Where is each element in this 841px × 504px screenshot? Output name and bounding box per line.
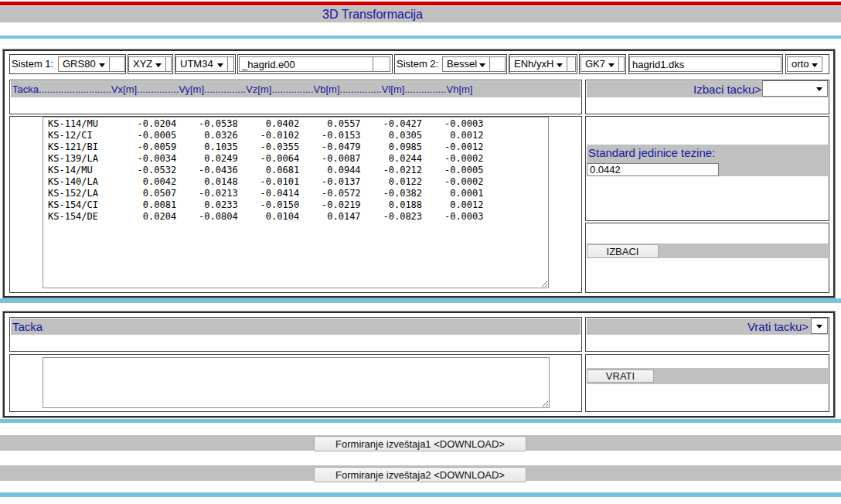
system1-file-aux-input[interactable] (373, 56, 390, 72)
system1-coord-value: XYZ (133, 58, 152, 70)
system1-projection-aux-input[interactable] (227, 56, 234, 72)
system2-coord-select[interactable]: ENh/yxH (509, 56, 567, 72)
system1-projection-value: UTM34 (180, 58, 213, 70)
residuals-header-cell: Tacka..........................Vx[m]....… (9, 80, 582, 114)
system2-projection-value: GK7 (585, 58, 605, 70)
blue-divider-middle (0, 298, 841, 303)
chevron-down-icon (812, 63, 818, 67)
report1-button[interactable]: Formiranje izveštaja1 <DOWNLOAD> (314, 436, 526, 451)
system1-coord-select[interactable]: XYZ (128, 56, 166, 72)
chevron-down-icon (816, 325, 822, 329)
system1-coord-aux-input[interactable] (165, 56, 172, 72)
chevron-down-icon (608, 63, 615, 67)
system1-datum-select[interactable]: GRS80 (58, 56, 110, 72)
return-header: Tacka (11, 318, 581, 335)
chevron-down-icon (99, 63, 105, 67)
chevron-down-icon (479, 63, 485, 67)
system1-label: Sistem 1: (12, 56, 53, 72)
system2-label: Sistem 2: (397, 56, 438, 72)
system1-datum-value: GRS80 (63, 58, 96, 70)
chevron-down-icon (155, 63, 162, 67)
chevron-down-icon (557, 63, 563, 67)
return-button[interactable]: VRATI (587, 369, 654, 383)
return-point-label: Vrati tacku> (587, 318, 828, 335)
blue-divider-bottom (0, 492, 841, 497)
title-bar: 3D Transformacija (0, 6, 841, 22)
red-divider (0, 2, 841, 5)
height-type-select[interactable]: orto (787, 56, 822, 72)
system1-datum-aux-input[interactable] (109, 56, 125, 72)
return-point-cell: Vrati tacku> (585, 317, 829, 352)
remove-point-select[interactable] (762, 80, 828, 97)
residuals-header: Tacka..........................Vx[m]....… (11, 81, 581, 97)
system2-datum-select[interactable]: Bessel (442, 56, 490, 72)
system2-projection-select[interactable]: GK7 (581, 56, 619, 72)
system2-coord-value: ENh/yxH (514, 58, 553, 70)
return-textarea[interactable] (43, 357, 550, 408)
chevron-down-icon (217, 63, 223, 67)
standard-weight-input[interactable] (587, 163, 719, 176)
residuals-textarea[interactable]: KS-114/MU -0.0204 -0.0538 0.0402 0.0557 … (43, 117, 549, 288)
system1-projection-select[interactable]: UTM34 (175, 56, 228, 72)
chevron-down-icon (816, 87, 822, 91)
system2-datum-value: Bessel (447, 58, 477, 70)
return-point-select[interactable] (811, 318, 828, 334)
height-type-value: orto (792, 58, 809, 70)
return-action-cell (585, 354, 829, 412)
system2-file-input[interactable] (629, 56, 781, 72)
blue-divider-top (0, 36, 841, 39)
remove-button[interactable]: IZBACI (587, 244, 659, 258)
report2-button[interactable]: Formiranje izveštaja2 <DOWNLOAD> (314, 467, 526, 482)
system1-file-input[interactable] (239, 56, 373, 72)
system2-datum-aux-input[interactable] (489, 56, 506, 72)
return-header-cell: Tacka (9, 317, 582, 352)
standard-weight-label: Standard jedinice tezine: (588, 146, 715, 159)
page-title: 3D Transformacija (322, 6, 423, 22)
system2-coord-aux-input[interactable] (567, 56, 576, 72)
blue-divider-lower (0, 419, 841, 423)
system2-projection-aux-input[interactable] (618, 56, 625, 72)
